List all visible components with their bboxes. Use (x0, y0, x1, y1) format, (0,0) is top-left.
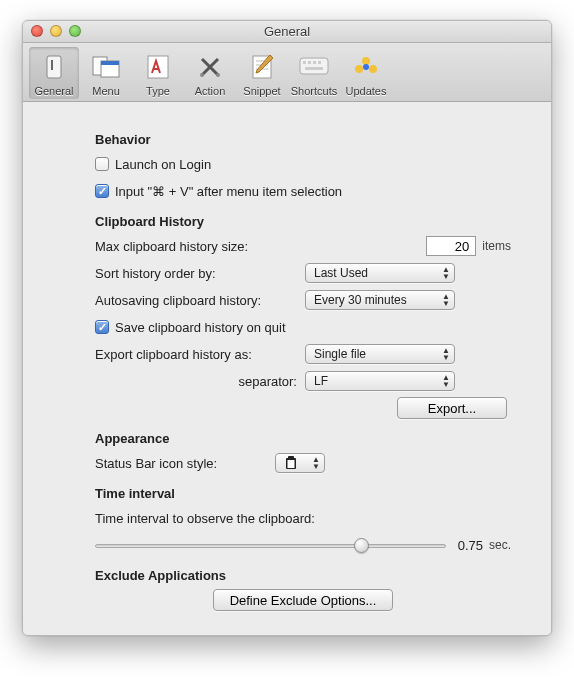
chevron-updown-icon: ▲▼ (442, 347, 450, 361)
svg-point-21 (363, 64, 369, 70)
timeinterval-unit: sec. (489, 538, 511, 552)
input-cmdv-checkbox[interactable] (95, 184, 109, 198)
clipboard-icon (284, 456, 298, 470)
save-on-quit-label: Save clipboard history on quit (115, 320, 286, 335)
separator-label: separator: (95, 374, 305, 389)
svg-rect-1 (51, 60, 53, 70)
chevron-updown-icon: ▲▼ (442, 266, 450, 280)
svg-rect-0 (47, 56, 61, 78)
export-as-select[interactable]: Single file ▲▼ (305, 344, 455, 364)
timeinterval-heading: Time interval (95, 486, 511, 501)
chevron-updown-icon: ▲▼ (442, 374, 450, 388)
max-history-label: Max clipboard history size: (95, 239, 305, 254)
timeinterval-label: Time interval to observe the clipboard: (95, 511, 315, 526)
svg-rect-24 (288, 460, 295, 468)
timeinterval-slider[interactable] (95, 535, 446, 555)
svg-rect-4 (101, 61, 119, 65)
clipboard-heading: Clipboard History (95, 214, 511, 229)
launch-on-login-checkbox[interactable] (95, 157, 109, 171)
behavior-heading: Behavior (95, 132, 511, 147)
svg-point-19 (355, 65, 363, 73)
window-title: General (264, 24, 310, 39)
max-history-unit: items (482, 239, 511, 253)
input-cmdv-label: Input "⌘ + V" after menu item selection (115, 184, 342, 199)
sort-order-label: Sort history order by: (95, 266, 305, 281)
define-exclude-button[interactable]: Define Exclude Options... (213, 589, 394, 611)
separator-select[interactable]: LF ▲▼ (305, 371, 455, 391)
shortcuts-icon (298, 51, 330, 83)
content-pane: Behavior Launch on Login Input "⌘ + V" a… (23, 102, 551, 635)
appearance-heading: Appearance (95, 431, 511, 446)
svg-rect-12 (300, 58, 328, 74)
autosave-label: Autosaving clipboard history: (95, 293, 305, 308)
svg-rect-14 (308, 61, 311, 64)
general-icon (38, 51, 70, 83)
preferences-window: General General Menu Type Action (22, 20, 552, 636)
svg-rect-15 (313, 61, 316, 64)
svg-rect-23 (288, 456, 294, 459)
launch-on-login-label: Launch on Login (115, 157, 211, 172)
max-history-input[interactable] (426, 236, 476, 256)
menu-icon (90, 51, 122, 83)
chevron-updown-icon: ▲▼ (442, 293, 450, 307)
export-as-label: Export clipboard history as: (95, 347, 305, 362)
tab-type[interactable]: Type (133, 47, 183, 99)
svg-rect-13 (303, 61, 306, 64)
tab-snippet[interactable]: Snippet (237, 47, 287, 99)
type-icon (142, 51, 174, 83)
chevron-updown-icon: ▲▼ (312, 456, 320, 470)
svg-point-20 (369, 65, 377, 73)
tab-action[interactable]: Action (185, 47, 235, 99)
statusbar-style-label: Status Bar icon style: (95, 456, 275, 471)
sort-order-select[interactable]: Last Used ▲▼ (305, 263, 455, 283)
svg-point-6 (200, 73, 204, 77)
minimize-button[interactable] (50, 25, 62, 37)
tab-menu[interactable]: Menu (81, 47, 131, 99)
svg-point-7 (216, 73, 220, 77)
svg-point-18 (362, 57, 370, 65)
action-icon (194, 51, 226, 83)
tab-general[interactable]: General (29, 47, 79, 99)
slider-thumb[interactable] (354, 538, 369, 553)
timeinterval-value: 0.75 (458, 538, 483, 553)
zoom-button[interactable] (69, 25, 81, 37)
tab-shortcuts[interactable]: Shortcuts (289, 47, 339, 99)
window-controls (31, 25, 81, 37)
toolbar: General Menu Type Action Snippet (23, 43, 551, 102)
updates-icon (350, 51, 382, 83)
titlebar: General (23, 21, 551, 43)
snippet-icon (246, 51, 278, 83)
tab-updates[interactable]: Updates (341, 47, 391, 99)
close-button[interactable] (31, 25, 43, 37)
exclude-heading: Exclude Applications (95, 568, 511, 583)
export-button[interactable]: Export... (397, 397, 507, 419)
save-on-quit-checkbox[interactable] (95, 320, 109, 334)
statusbar-style-select[interactable]: ▲▼ (275, 453, 325, 473)
autosave-select[interactable]: Every 30 minutes ▲▼ (305, 290, 455, 310)
svg-rect-17 (305, 67, 323, 70)
svg-rect-16 (318, 61, 321, 64)
